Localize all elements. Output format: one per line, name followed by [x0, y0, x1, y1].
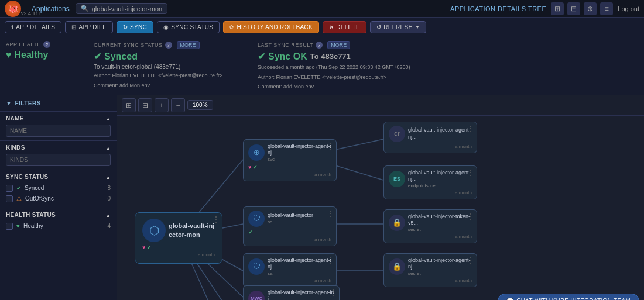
- main-app-node[interactable]: ⬡ global-vault-injector-mon ♥ ✔ a month …: [135, 212, 222, 264]
- healthy-heart-icon: ♥: [16, 223, 20, 229]
- current-sync-section: CURRENT SYNC STATUS ? MORE ✔ Synced To v…: [94, 41, 246, 89]
- sync-status-button[interactable]: ◉ SYNC STATUS: [157, 21, 220, 33]
- node-cr[interactable]: cr global-vault-injector-agent-inj... a …: [383, 122, 477, 153]
- sync-more-button[interactable]: MORE: [177, 41, 200, 49]
- node-sa1[interactable]: 🛡 global-vault-injector sa ✔ a month ⋮: [243, 206, 337, 246]
- top-navigation: 🐙 v2.4.11+ Applications 🔍 global-vault-i…: [0, 0, 644, 18]
- chat-button[interactable]: 💬 CHAT WITH KUBE INTEGRATION TEAM: [498, 294, 639, 301]
- es-type: endpointslice: [408, 183, 472, 188]
- app-diff-button[interactable]: ⊞ APP DIFF: [65, 21, 113, 33]
- synced-count: 8: [107, 185, 111, 191]
- secret2-menu[interactable]: ⋮: [467, 256, 474, 264]
- secret2-title: global-vault-injector-agent-inj...: [408, 257, 472, 271]
- health-info-icon[interactable]: ?: [43, 41, 50, 48]
- main-node-header: ⬡ global-vault-injector-mon: [142, 219, 215, 242]
- last-sync-check-icon: ✔: [258, 51, 265, 62]
- status-bar: APP HEALTH ? ♥ Healthy CURRENT SYNC STAT…: [0, 37, 644, 95]
- last-sync-label: LAST SYNC RESULT ? MORE: [258, 41, 410, 49]
- outofsync-checkbox[interactable]: [6, 195, 13, 202]
- name-filter-input[interactable]: [6, 125, 111, 137]
- search-text: global-vault-injector-mon: [92, 5, 162, 12]
- node-svc[interactable]: ⊕ global-vault-injector-agent-inj... svc…: [243, 139, 337, 181]
- sync-button[interactable]: ↻ SYNC: [117, 21, 153, 33]
- health-healthy-item: ♥ Healthy 4: [6, 221, 111, 232]
- app-health-value: ♥ Healthy: [6, 50, 82, 60]
- delete-button[interactable]: ✕ DELETE: [323, 21, 366, 33]
- synced-check-icon: ✔: [16, 185, 21, 191]
- zoom-out-button[interactable]: −: [171, 98, 185, 112]
- graph-toolbar: ⊞ ⊟ + − 100%: [117, 95, 644, 116]
- list-view-icon[interactable]: ≡: [600, 2, 613, 15]
- main-heart-badge: ♥: [142, 244, 145, 250]
- svc-icon: ⊕: [248, 144, 265, 161]
- node-secret2[interactable]: 🔒 global-vault-injector-agent-inj... sec…: [383, 253, 477, 287]
- app-details-tree-link[interactable]: APPLICATION DETAILS TREE: [450, 5, 546, 12]
- sync-icon: ↻: [123, 24, 128, 30]
- current-sync-author: Author: Florian EVELETTE <fvelette-prest…: [94, 72, 246, 80]
- name-chevron-icon[interactable]: [106, 115, 111, 122]
- last-sync-more-button[interactable]: MORE: [327, 41, 350, 49]
- sa1-menu[interactable]: ⋮: [327, 209, 334, 218]
- last-sync-info-icon[interactable]: ?: [316, 42, 323, 49]
- sync-status-chevron-icon[interactable]: [106, 174, 111, 180]
- history-rollback-button[interactable]: ⟳ HISTORY AND ROLLBACK: [223, 21, 319, 33]
- sa1-check: ✔: [248, 229, 253, 235]
- secret1-menu[interactable]: ⋮: [467, 212, 474, 220]
- secret1-icon: 🔒: [389, 215, 405, 231]
- node-endpointslice[interactable]: ES global-vault-injector-agent-inj... en…: [383, 165, 477, 199]
- es-menu[interactable]: ⋮: [467, 168, 474, 177]
- chat-icon: 💬: [506, 298, 513, 301]
- graph-canvas[interactable]: ⬡ global-vault-injector-mon ♥ ✔ a month …: [117, 116, 644, 301]
- es-icon: ES: [389, 171, 405, 187]
- fit-to-screen-button[interactable]: ⊞: [122, 98, 136, 112]
- current-sync-label: CURRENT SYNC STATUS ? MORE: [94, 41, 246, 49]
- sa2-icon: 🛡: [248, 258, 265, 275]
- kinds-filter-section: KINDS: [0, 140, 117, 170]
- healthy-count: 4: [107, 223, 111, 229]
- cr-icon: cr: [389, 126, 405, 142]
- search-bar[interactable]: 🔍 global-vault-injector-mon: [76, 3, 167, 14]
- main-node-time: a month: [142, 252, 215, 257]
- main-node-menu[interactable]: ⋮: [213, 215, 220, 223]
- network-view-icon[interactable]: ⊕: [584, 2, 597, 15]
- mwc-menu[interactable]: ⋮: [330, 288, 337, 296]
- health-status-filter-header: HEALTH STATUS: [6, 212, 111, 218]
- diff-icon: ⊞: [71, 24, 76, 30]
- node-mwc[interactable]: MWC global-vault-injector-agent-inj... m…: [243, 285, 340, 301]
- tiles-view-icon[interactable]: ⊟: [567, 2, 580, 15]
- node-sa2[interactable]: 🛡 global-vault-injector-agent-inj... sa …: [243, 253, 337, 287]
- grid-view-icon[interactable]: ⊞: [551, 2, 564, 15]
- svc-heart: ♥: [248, 164, 251, 170]
- nav-left: 🐙 v2.4.11+ Applications 🔍 global-vault-i…: [5, 1, 167, 17]
- app-health-section: APP HEALTH ? ♥ Healthy: [6, 41, 82, 60]
- synced-checkbox[interactable]: [6, 185, 13, 192]
- cr-menu[interactable]: ⋮: [467, 125, 474, 133]
- outofsync-count: 0: [107, 195, 111, 202]
- node-secret1[interactable]: 🔒 global-vault-injector-token-v5... secr…: [383, 209, 477, 243]
- logout-button[interactable]: Log out: [618, 5, 639, 12]
- svc-title: global-vault-injector-agent-inj...: [268, 143, 331, 157]
- app-details-button[interactable]: ℹ APP DETAILS: [5, 21, 61, 33]
- main-content: ▼ FILTERS NAME KINDS SYNC STATUS: [0, 95, 644, 301]
- es-title: global-vault-injector-agent-inj...: [408, 170, 472, 183]
- app-health-label: APP HEALTH ?: [6, 41, 82, 48]
- sa2-menu[interactable]: ⋮: [327, 256, 334, 264]
- history-icon: ⟳: [229, 24, 234, 30]
- kinds-filter-input[interactable]: [6, 154, 111, 166]
- outofsync-label: OutOfSync: [25, 195, 54, 202]
- main-node-footer: ♥ ✔: [142, 244, 215, 250]
- cr-title: global-vault-injector-agent-inj...: [408, 127, 472, 140]
- outofsync-icon: ⚠: [16, 195, 22, 202]
- sa2-title: global-vault-injector-agent-inj...: [268, 257, 331, 271]
- svc-menu[interactable]: ⋮: [327, 142, 334, 150]
- healthy-checkbox[interactable]: [6, 223, 13, 230]
- es-time: a month: [389, 190, 472, 195]
- health-chevron-icon[interactable]: [106, 212, 111, 218]
- svc-time: a month: [248, 172, 331, 177]
- refresh-button[interactable]: ↺ REFRESH ▼: [370, 21, 426, 33]
- sync-info-icon[interactable]: ?: [165, 42, 172, 49]
- zoom-in-button[interactable]: +: [155, 98, 169, 112]
- reset-view-button[interactable]: ⊟: [138, 98, 152, 112]
- kinds-filter-header: KINDS: [6, 144, 111, 151]
- kinds-chevron-icon[interactable]: [106, 144, 111, 151]
